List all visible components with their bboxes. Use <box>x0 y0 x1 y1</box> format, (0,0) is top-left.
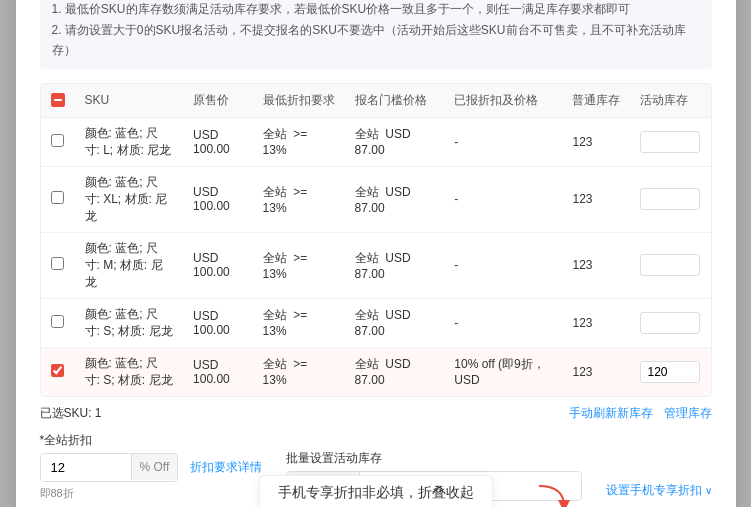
red-arrow-icon <box>534 481 574 507</box>
batch-label: 批量设置活动库存 <box>286 450 581 467</box>
col-active-stock: 活动库存 <box>630 84 710 118</box>
original-price: USD 100.00 <box>183 117 252 166</box>
active-stock-cell <box>630 298 710 347</box>
row-checkbox-cell <box>41 166 75 232</box>
min-discount: 全站 >= 13% <box>253 347 345 396</box>
original-price: USD 100.00 <box>183 298 252 347</box>
header-checkbox-area[interactable] <box>51 93 65 107</box>
table-row: 颜色: 蓝色; 尺寸: M; 材质: 尼龙 USD 100.00 全站 >= 1… <box>41 232 711 298</box>
sku-name: 颜色: 蓝色; 尺寸: S; 材质: 尼龙 <box>75 347 184 396</box>
active-stock-cell <box>630 347 710 396</box>
col-report-price: 报名门槛价格 <box>345 84 445 118</box>
selected-count: 已选SKU: 1 <box>40 405 102 422</box>
tooltip-bubble: 手机专享折扣非必填，折叠收起 <box>259 475 493 507</box>
modal-container: × 设置折扣与库存 1. 最低价SKU的库存数须满足活动库存要求，若最低价SKU… <box>16 0 736 507</box>
row-checkbox-cell <box>41 298 75 347</box>
min-discount: 全站 >= 13% <box>253 298 345 347</box>
normal-stock: 123 <box>562 347 630 396</box>
row-checkbox-cell <box>41 232 75 298</box>
active-stock-input[interactable] <box>640 312 700 334</box>
tooltip-text: 手机专享折扣非必填，折叠收起 <box>278 484 474 500</box>
tip-1: 1. 最低价SKU的库存数须满足活动库存要求，若最低价SKU价格一致且多于一个，… <box>52 0 700 20</box>
min-discount: 全站 >= 13% <box>253 232 345 298</box>
col-sku: SKU <box>75 84 184 118</box>
sku-table: SKU 原售价 最低折扣要求 报名门槛价格 已报折扣及价格 普通库存 活动库存 … <box>41 84 711 396</box>
links-area: 手动刷新新库存 管理库存 <box>569 405 711 422</box>
row-checkbox-cell <box>41 117 75 166</box>
active-stock-input[interactable] <box>640 131 700 153</box>
discount-input[interactable] <box>41 454 131 481</box>
report-price: 全站 USD 87.00 <box>345 347 445 396</box>
sku-name: 颜色: 蓝色; 尺寸: L; 材质: 尼龙 <box>75 117 184 166</box>
sku-name: 颜色: 蓝色; 尺寸: S; 材质: 尼龙 <box>75 298 184 347</box>
col-normal-stock: 普通库存 <box>562 84 630 118</box>
row-checkbox[interactable] <box>51 315 64 328</box>
header-checkbox-cell <box>41 84 75 118</box>
original-price: USD 100.00 <box>183 347 252 396</box>
tip-2: 2. 请勿设置大于0的SKU报名活动，不提交报名的SKU不要选中（活动开始后这些… <box>52 20 700 61</box>
discount-input-wrap: % Off <box>40 453 179 482</box>
sku-name: 颜色: 蓝色; 尺寸: XL; 材质: 尼龙 <box>75 166 184 232</box>
normal-stock: 123 <box>562 298 630 347</box>
reported-discount: 10% off (即9折，USD <box>444 347 562 396</box>
report-price: 全站 USD 87.00 <box>345 166 445 232</box>
active-stock-cell <box>630 232 710 298</box>
col-reported: 已报折扣及价格 <box>444 84 562 118</box>
detail-link-btn[interactable]: 折扣要求详情 <box>190 459 262 476</box>
mobile-discount-label: 设置手机专享折扣 <box>606 482 702 499</box>
row-checkbox[interactable] <box>51 191 64 204</box>
manage-stock-link[interactable]: 管理库存 <box>664 405 712 422</box>
active-stock-cell <box>630 166 710 232</box>
minus-icon <box>51 93 65 107</box>
active-stock-input[interactable] <box>640 254 700 276</box>
report-price: 全站 USD 87.00 <box>345 117 445 166</box>
table-row: 颜色: 蓝色; 尺寸: XL; 材质: 尼龙 USD 100.00 全站 >= … <box>41 166 711 232</box>
active-stock-input[interactable] <box>640 188 700 210</box>
row-checkbox[interactable] <box>51 257 64 270</box>
col-min-discount: 最低折扣要求 <box>253 84 345 118</box>
active-stock-input[interactable] <box>640 361 700 383</box>
discount-label: *全站折扣 <box>40 432 263 449</box>
table-row: 颜色: 蓝色; 尺寸: L; 材质: 尼龙 USD 100.00 全站 >= 1… <box>41 117 711 166</box>
normal-stock: 123 <box>562 232 630 298</box>
discount-hint: 即88折 <box>40 486 263 501</box>
col-original-price: 原售价 <box>183 84 252 118</box>
selected-info-row: 已选SKU: 1 手动刷新新库存 管理库存 <box>40 405 712 422</box>
row-checkbox[interactable] <box>51 364 64 377</box>
chevron-down-icon: ∨ <box>705 485 712 496</box>
original-price: USD 100.00 <box>183 166 252 232</box>
report-price: 全站 USD 87.00 <box>345 298 445 347</box>
normal-stock: 123 <box>562 117 630 166</box>
sku-table-wrap: SKU 原售价 最低折扣要求 报名门槛价格 已报折扣及价格 普通库存 活动库存 … <box>40 83 712 397</box>
tips-section: 1. 最低价SKU的库存数须满足活动库存要求，若最低价SKU价格一致且多于一个，… <box>40 0 712 69</box>
reported-discount: - <box>444 166 562 232</box>
mobile-discount-button[interactable]: 设置手机专享折扣 ∨ <box>606 482 712 499</box>
refresh-stock-link[interactable]: 手动刷新新库存 <box>569 405 653 422</box>
sku-name: 颜色: 蓝色; 尺寸: M; 材质: 尼龙 <box>75 232 184 298</box>
reported-discount: - <box>444 298 562 347</box>
discount-suffix: % Off <box>131 454 178 480</box>
row-checkbox[interactable] <box>51 134 64 147</box>
min-discount: 全站 >= 13% <box>253 166 345 232</box>
normal-stock: 123 <box>562 166 630 232</box>
table-row: 颜色: 蓝色; 尺寸: S; 材质: 尼龙 USD 100.00 全站 >= 1… <box>41 298 711 347</box>
min-discount: 全站 >= 13% <box>253 117 345 166</box>
table-row: 颜色: 蓝色; 尺寸: S; 材质: 尼龙 USD 100.00 全站 >= 1… <box>41 347 711 396</box>
active-stock-cell <box>630 117 710 166</box>
reported-discount: - <box>444 232 562 298</box>
discount-group: *全站折扣 % Off 折扣要求详情 即88折 <box>40 432 263 501</box>
original-price: USD 100.00 <box>183 232 252 298</box>
reported-discount: - <box>444 117 562 166</box>
report-price: 全站 USD 87.00 <box>345 232 445 298</box>
row-checkbox-cell <box>41 347 75 396</box>
